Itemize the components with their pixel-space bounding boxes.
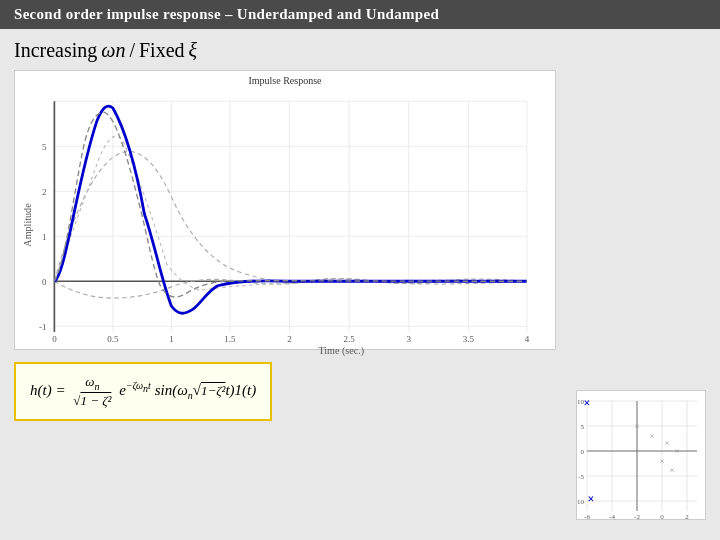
content: Increasing ωn / Fixed ξ Impulse Response… [0, 29, 720, 540]
svg-text:×: × [659, 456, 664, 466]
svg-text:3.5: 3.5 [463, 334, 475, 344]
svg-text:1: 1 [42, 232, 47, 242]
svg-text:0: 0 [52, 334, 57, 344]
svg-text:1.5: 1.5 [224, 334, 236, 344]
formula-fraction: ωn √1 − ζ² [71, 374, 113, 409]
formula-box: h(t) = ωn √1 − ζ² e−ζωnt sin(ωn√1−ζ²t)1(… [14, 362, 272, 421]
chart-svg: Amplitude Time (sec.) [15, 86, 555, 364]
svg-text:3: 3 [407, 334, 412, 344]
y-axis-label: Amplitude [22, 203, 33, 247]
page: Second order impulse response – Underdam… [0, 0, 720, 540]
svg-text:-1: -1 [39, 322, 47, 332]
scatter-svg: -6 -4 -2 0 2 10 5 0 -5 -10 × × × [577, 391, 707, 521]
right-panel: -6 -4 -2 0 2 10 5 0 -5 -10 × × × [566, 39, 706, 530]
svg-text:2: 2 [42, 187, 47, 197]
svg-text:×: × [674, 446, 679, 456]
formula-text: h(t) = ωn √1 − ζ² e−ζωnt sin(ωn√1−ζ²t)1(… [30, 374, 256, 409]
increasing-label: Increasing [14, 39, 97, 62]
header: Second order impulse response – Underdam… [0, 0, 720, 29]
svg-text:2: 2 [685, 513, 689, 521]
svg-text:×: × [649, 431, 654, 441]
svg-text:5: 5 [42, 142, 47, 152]
left-panel: Increasing ωn / Fixed ξ Impulse Response… [14, 39, 556, 530]
svg-text:2: 2 [287, 334, 292, 344]
response-dashed-1 [54, 136, 527, 290]
main-response-curve [54, 106, 527, 313]
header-title: Second order impulse response – Underdam… [14, 6, 439, 22]
svg-text:0.5: 0.5 [107, 334, 119, 344]
svg-text:-5: -5 [578, 473, 584, 481]
svg-text:5: 5 [581, 423, 585, 431]
svg-text:×: × [634, 421, 639, 431]
subtitle: Increasing ωn / Fixed ξ [14, 39, 556, 62]
svg-text:×: × [584, 396, 591, 410]
svg-text:1: 1 [169, 334, 174, 344]
svg-text:0: 0 [581, 448, 585, 456]
omega-n: ωn [101, 39, 125, 62]
svg-text:0: 0 [42, 277, 47, 287]
x-axis-label: Time (sec.) [318, 345, 364, 357]
svg-text:-4: -4 [609, 513, 615, 521]
envelope-upper [54, 152, 527, 284]
svg-text:2.5: 2.5 [344, 334, 356, 344]
svg-text:×: × [669, 465, 674, 475]
svg-text:-6: -6 [584, 513, 590, 521]
chart-title: Impulse Response [15, 75, 555, 86]
fixed-label: Fixed [139, 39, 185, 62]
svg-text:0: 0 [660, 513, 664, 521]
svg-text:×: × [588, 492, 595, 506]
svg-text:4: 4 [525, 334, 530, 344]
svg-text:-2: -2 [634, 513, 640, 521]
svg-text:×: × [664, 438, 669, 448]
scatter-plot: -6 -4 -2 0 2 10 5 0 -5 -10 × × × [576, 390, 706, 520]
xi: ξ [189, 39, 198, 62]
slash: / [129, 39, 135, 62]
impulse-response-chart: Impulse Response Amplitude Time (sec.) [14, 70, 556, 350]
svg-text:-10: -10 [577, 498, 584, 506]
